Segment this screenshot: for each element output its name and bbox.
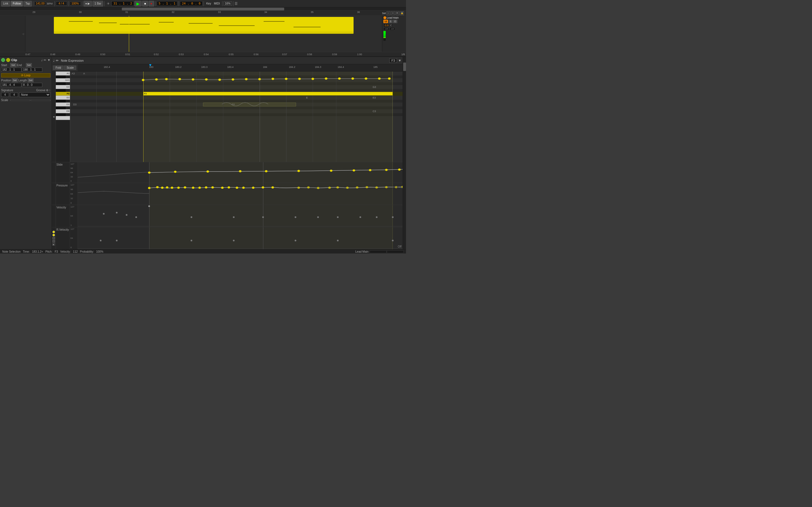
rvel-play-btn[interactable]: ▶ — [52, 243, 55, 245]
groove-select[interactable]: None — [19, 93, 50, 97]
groove-arrow-icon[interactable]: ↑ — [49, 89, 50, 92]
vel-ghost-4 — [135, 216, 137, 218]
loop-size-button[interactable]: 1 Bar — [93, 1, 103, 6]
sig-num[interactable]: 4 — [1, 93, 9, 97]
sig-den[interactable]: 4 — [10, 93, 18, 97]
grid-size-display: 1/8 — [382, 52, 406, 56]
zoom-pct-display[interactable]: 16% — [223, 1, 232, 6]
f3-note-bar[interactable]: F3 — [143, 92, 393, 96]
tap-button[interactable]: Tap — [23, 1, 32, 6]
length-value[interactable]: 8 . 0 . 0 — [22, 83, 42, 87]
track-power-dot[interactable] — [384, 16, 386, 19]
loop-icon: ⟳ — [21, 74, 23, 77]
top-toolbar: Link Follow Tap 141.00 BPM 4 / 4 100% ● … — [0, 0, 406, 7]
play-button[interactable]: ▶ — [135, 1, 142, 6]
arr-track-body[interactable] — [26, 16, 382, 52]
rvel-content[interactable]: Off — [78, 227, 403, 249]
track-vol-num[interactable]: 12 — [384, 20, 388, 23]
arrow-down-icon[interactable]: ▼ — [47, 58, 50, 62]
track-header: Lead Main — [384, 16, 405, 19]
set-plus-btn[interactable]: + — [391, 11, 395, 15]
rvel-side-btns: ▶ — [52, 227, 56, 249]
pencil-mode-icon[interactable]: ✏ — [56, 59, 59, 62]
set-pencil-btn[interactable]: ✏ — [396, 11, 400, 15]
end-set-btn[interactable]: Set — [26, 63, 32, 67]
groove-settings-icon[interactable]: ⚙ — [46, 89, 49, 92]
bpm-display[interactable]: 141.00 — [35, 1, 46, 6]
slide-content[interactable] — [78, 162, 403, 183]
end-value[interactable]: 190 . 1 . 1 — [22, 68, 42, 72]
key-f3[interactable]: F3 — [56, 92, 70, 96]
time-sig-display[interactable]: 4 / 4 — [56, 1, 67, 6]
arr-scroll-bar[interactable] — [0, 7, 406, 11]
key-g3[interactable]: G3 — [56, 85, 70, 89]
grid-d3-label: D3 — [73, 103, 77, 106]
key-d3-sharp[interactable] — [56, 100, 66, 103]
set-lock-btn[interactable]: 🔒 — [400, 11, 404, 15]
rvel-btn-1[interactable] — [52, 231, 55, 233]
record-button[interactable]: ● — [149, 1, 154, 6]
rvel-dot-2 — [116, 240, 117, 241]
beat-line-0 — [70, 71, 70, 162]
key-a3[interactable]: A3 — [56, 71, 70, 75]
rvel-btn-2[interactable] — [52, 234, 55, 236]
rvel-btn-3[interactable] — [52, 237, 55, 239]
key-e3[interactable]: E3 — [56, 96, 70, 100]
key-c3[interactable]: C3 — [56, 109, 70, 113]
arr-scroll-thumb[interactable] — [122, 8, 284, 10]
velocity-min: 1 — [70, 224, 77, 226]
velocity-mid: 64 — [70, 215, 77, 217]
track-s-button[interactable]: S — [389, 20, 393, 23]
pr-dropdown-btn[interactable]: ▼ — [398, 59, 402, 62]
key-g3-black[interactable] — [56, 82, 66, 85]
position-value[interactable]: 181 . 4 . 4 — [1, 83, 21, 87]
loop-button[interactable]: ⟳ Loop — [1, 73, 50, 77]
key-d3[interactable]: D3 — [56, 103, 70, 107]
track-o-button[interactable]: O — [393, 20, 397, 23]
key-b2-flat[interactable] — [56, 113, 66, 116]
pr-side-arrow[interactable]: ▲ — [52, 115, 55, 118]
pos-len-vals: 181 . 4 . 4 8 . 0 . 0 — [1, 83, 50, 87]
right-scroll-thumb[interactable] — [403, 62, 406, 71]
scale-button[interactable]: Scale — [64, 66, 76, 70]
right-scrollbar[interactable] — [403, 57, 406, 249]
beat-line-7 — [313, 71, 313, 162]
key-a3-sharp[interactable] — [56, 75, 66, 78]
clip-mode-yellow[interactable] — [6, 58, 10, 62]
pr-playhead-marker — [149, 64, 151, 66]
note-grid[interactable]: A3 A G3 E3 D3 C3 -D3 E — [70, 71, 403, 162]
position-label: Position — [1, 79, 11, 82]
start-value[interactable]: 182 . 1 . 1 — [1, 68, 21, 72]
stop-button[interactable]: ■ — [142, 1, 148, 6]
velocity-content[interactable] — [78, 205, 403, 227]
key-c3-sharp[interactable] — [56, 107, 66, 109]
start-set-btn[interactable]: Set — [10, 63, 16, 67]
status-velocity-label: Velocity: — [60, 250, 71, 253]
link-button[interactable]: Link — [1, 1, 10, 6]
scale-val[interactable] — [10, 100, 30, 101]
metronome-button[interactable]: ● ▶ — [84, 1, 92, 6]
zoom-display[interactable]: 100% — [70, 1, 81, 6]
pressure-ghost-end — [393, 183, 403, 205]
set-minus-btn[interactable]: − — [387, 11, 391, 15]
key-g3-sharp[interactable]: G#3 — [56, 78, 70, 82]
beat-line-5 — [223, 71, 223, 162]
pencil-icon[interactable]: ✏ — [44, 58, 46, 62]
pos-set-btn[interactable]: Set — [12, 78, 18, 82]
slide-clip-region — [149, 162, 393, 183]
clip-mode-green[interactable] — [1, 58, 5, 62]
note-mode-icon[interactable]: ♩ — [53, 59, 55, 62]
rvel-btn-4[interactable] — [52, 240, 55, 242]
menu-icon[interactable]: ☰ — [235, 2, 238, 6]
pressure-content[interactable] — [78, 183, 403, 205]
counter1-display: 5 . 1 . 1 — [157, 1, 177, 6]
key-b2[interactable] — [56, 116, 70, 120]
scale-mode[interactable] — [31, 100, 51, 101]
len-set-btn[interactable]: Set — [28, 78, 34, 82]
fold-button[interactable]: Fold — [53, 66, 63, 70]
pr-mark-1843: 184.3 — [315, 66, 321, 68]
follow-button[interactable]: Follow — [11, 1, 23, 6]
arr-clip-yellow[interactable] — [54, 17, 354, 34]
key-f3-sharp[interactable] — [56, 89, 66, 92]
note-icon[interactable]: ♩ — [41, 58, 43, 62]
